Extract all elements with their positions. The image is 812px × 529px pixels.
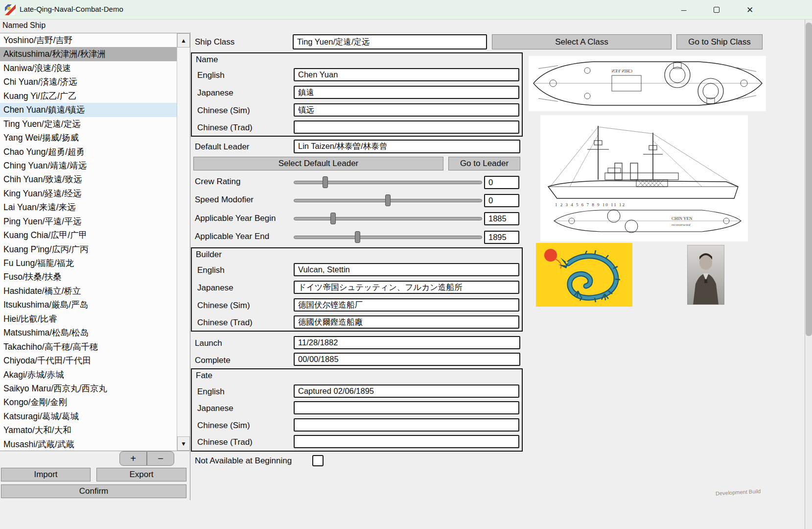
list-item[interactable]: Ping Yuen/平遠/平远 — [0, 215, 177, 228]
ship-class-label: Ship Class — [195, 37, 234, 47]
close-button[interactable]: ✕ — [739, 0, 761, 20]
year-end-slider[interactable] — [294, 230, 482, 244]
complete-input[interactable] — [294, 353, 520, 366]
list-item[interactable]: Yoshino/吉野/吉野 — [0, 33, 177, 47]
list-item[interactable]: Hiei/比叡/比睿 — [0, 312, 177, 326]
name-japanese-label: Japanese — [197, 88, 233, 98]
builder-chinese-trad-input[interactable] — [294, 315, 519, 329]
list-item[interactable]: Ting Yuen/定遠/定远 — [0, 117, 177, 131]
section-label: Named Ship — [2, 21, 46, 30]
name-english-input[interactable] — [294, 68, 519, 81]
list-item[interactable]: Hashidate/橋立/桥立 — [0, 284, 177, 298]
not-available-checkbox[interactable] — [312, 455, 324, 466]
crew-rating-slider[interactable] — [294, 175, 482, 189]
list-item[interactable]: Takachiho/高千穂/高千穂 — [0, 340, 177, 354]
year-begin-slider[interactable] — [294, 212, 482, 225]
maximize-button[interactable] — [705, 0, 728, 20]
speed-modifier-slider[interactable] — [294, 193, 482, 207]
leader-portrait-image — [687, 245, 724, 305]
add-ship-button[interactable]: + — [119, 451, 147, 466]
svg-text:CHIN YEN: CHIN YEN — [611, 69, 632, 73]
list-item[interactable]: King Yuan/経遠/经远 — [0, 187, 177, 200]
deck-plan-top-image: CHIN YEN — [529, 56, 766, 111]
list-item[interactable]: Kuang P'ing/広丙/广丙 — [0, 242, 177, 256]
launch-input[interactable] — [294, 336, 520, 349]
list-item[interactable]: Ching Yuan/靖遠/靖远 — [0, 159, 177, 172]
remove-ship-button[interactable]: − — [147, 451, 174, 466]
list-item[interactable]: Chih Yuan/致遠/致远 — [0, 172, 177, 186]
crew-rating-value[interactable] — [484, 176, 519, 189]
slider-thumb[interactable] — [385, 194, 391, 206]
builder-legend: Builder — [196, 250, 222, 260]
list-item[interactable]: Akitsushima/秋津洲/秋津洲 — [0, 47, 177, 61]
list-item[interactable]: Fuso/扶桑/扶桑 — [0, 270, 177, 284]
ship-list-scrollbar[interactable]: ▲ ▼ — [177, 33, 189, 451]
slider-track — [294, 217, 482, 220]
window-scrollbar-thumb[interactable] — [806, 23, 812, 336]
svg-text:CHIN YEN: CHIN YEN — [672, 216, 693, 221]
ship-class-input[interactable] — [293, 34, 487, 49]
list-item[interactable]: Chen Yuan/鎮遠/镇远 — [0, 103, 177, 117]
list-item[interactable]: Itsukushima/厳島/严岛 — [0, 298, 177, 312]
list-item[interactable]: Chao Yung/超勇/超勇 — [0, 145, 177, 159]
app-window: Late-Qing-Naval-Combat-Demo ─ ✕ Named Sh… — [0, 0, 812, 529]
list-item[interactable]: Lai Yuan/来遠/来远 — [0, 200, 177, 214]
builder-chinese-sim-input[interactable] — [294, 298, 519, 312]
builder-english-input[interactable] — [294, 263, 519, 276]
list-item[interactable]: Musashi/武蔵/武蔵 — [0, 437, 177, 451]
slider-track — [294, 236, 482, 239]
slider-thumb[interactable] — [330, 213, 336, 224]
complete-label: Complete — [195, 356, 231, 365]
list-item[interactable]: Saikyo Maru/西京丸/西京丸 — [0, 382, 177, 395]
list-item[interactable]: Yamato/大和/大和 — [0, 423, 177, 437]
select-class-button[interactable]: Select A Class — [492, 34, 672, 49]
window-title: Late-Qing-Naval-Combat-Demo — [20, 5, 123, 13]
list-item[interactable]: Kuang Chia/広甲/广甲 — [0, 228, 177, 242]
list-item[interactable]: Chiyoda/千代田/千代田 — [0, 354, 177, 367]
goto-leader-button[interactable]: Go to Leader — [448, 157, 520, 170]
arrow-up-icon: ▲ — [181, 37, 186, 44]
fate-chinese-trad-input[interactable] — [294, 435, 519, 448]
list-item[interactable]: Naniwa/浪速/浪速 — [0, 61, 177, 75]
export-button[interactable]: Export — [96, 468, 186, 481]
name-chinese-sim-input[interactable] — [294, 103, 519, 117]
builder-japanese-label: Japanese — [197, 283, 233, 293]
list-item[interactable]: Chi Yuan/済遠/济远 — [0, 75, 177, 89]
svg-text:1 2 3 4 5 6: 1 2 3 4 5 6 7 8 9 10 11 12 — [555, 202, 626, 207]
list-item[interactable]: Fu Lung/福龍/福龙 — [0, 256, 177, 270]
fate-english-label: English — [197, 387, 225, 397]
fate-chinese-sim-input[interactable] — [294, 418, 519, 432]
import-button[interactable]: Import — [1, 468, 91, 481]
fate-english-input[interactable] — [294, 385, 519, 398]
list-item[interactable]: Katsuragi/葛城/葛城 — [0, 409, 177, 423]
list-item[interactable]: Akagi/赤城/赤城 — [0, 368, 177, 382]
ship-profile-image: 1 2 3 4 5 6 7 8 9 10 11 12 CHIN YEN reco… — [540, 115, 748, 241]
app-icon — [5, 4, 16, 15]
scroll-up-button[interactable]: ▲ — [177, 33, 190, 48]
select-default-leader-button[interactable]: Select Default Leader — [193, 157, 443, 170]
year-begin-value[interactable] — [484, 212, 519, 225]
slider-track — [294, 181, 482, 184]
list-item[interactable]: Kuang Yi/広乙/广乙 — [0, 89, 177, 103]
window-scrollbar[interactable] — [805, 20, 812, 529]
crew-rating-label: Crew Rating — [195, 177, 241, 187]
builder-japanese-input[interactable] — [294, 281, 519, 294]
list-item[interactable]: Kongo/金剛/金刚 — [0, 395, 177, 409]
slider-thumb[interactable] — [323, 176, 328, 188]
list-item[interactable]: Matsushima/松島/松岛 — [0, 326, 177, 339]
slider-thumb[interactable] — [355, 231, 360, 243]
titlebar: Late-Qing-Naval-Combat-Demo ─ ✕ — [0, 0, 812, 20]
name-japanese-input[interactable] — [294, 86, 519, 99]
name-chinese-trad-input[interactable] — [294, 120, 519, 134]
speed-modifier-value[interactable] — [484, 194, 519, 207]
year-end-value[interactable] — [484, 231, 519, 244]
default-leader-label: Default Leader — [195, 142, 250, 152]
list-item[interactable]: Yang Wei/揚威/扬威 — [0, 131, 177, 144]
fate-japanese-input[interactable] — [294, 401, 519, 414]
goto-ship-class-button[interactable]: Go to Ship Class — [676, 34, 763, 49]
minimize-button[interactable]: ─ — [673, 0, 695, 20]
name-legend: Name — [196, 55, 218, 65]
scroll-down-button[interactable]: ▼ — [177, 436, 190, 451]
default-leader-input[interactable] — [294, 140, 520, 153]
confirm-button[interactable]: Confirm — [1, 484, 186, 498]
